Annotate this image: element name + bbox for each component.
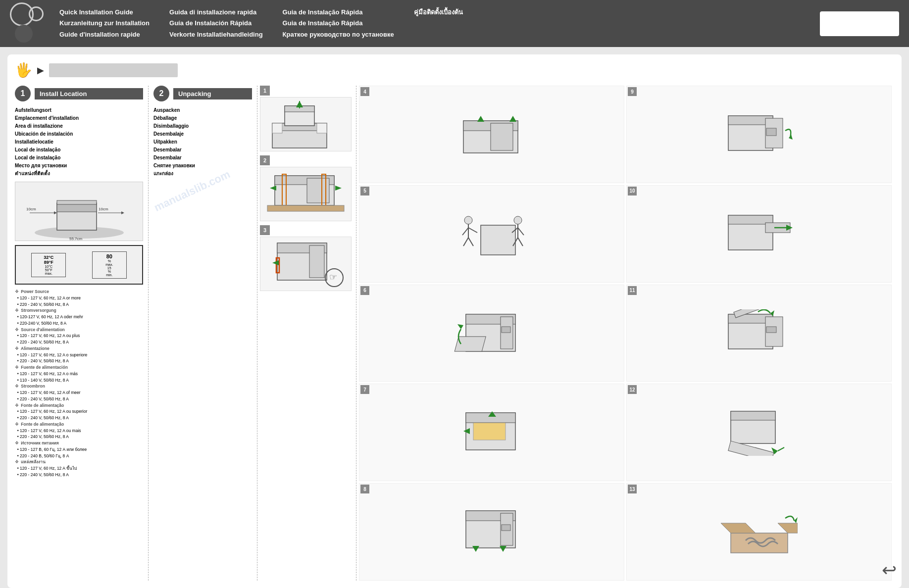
arrow-icon: ▶ xyxy=(37,65,44,76)
main-content: 🖐 ▶ 1 Install Location Aufstellungsort E… xyxy=(7,54,902,588)
diamond-icon: ❖ xyxy=(15,289,19,294)
logo-circle-small-top xyxy=(29,6,44,21)
unpack-pt2: Desembalar xyxy=(153,154,252,162)
unpack-fr: Déballage xyxy=(153,114,252,122)
svg-rect-27 xyxy=(309,245,324,278)
svg-rect-42 xyxy=(481,225,515,255)
grid-step-12: 12 xyxy=(626,384,892,481)
back-arrow[interactable]: ↩ xyxy=(882,560,897,581)
trans-ru: Место для установки xyxy=(15,162,143,170)
grid-steps-4-13: 4 9 xyxy=(356,86,894,581)
grid-num-6: 6 xyxy=(360,286,369,295)
grid-step-4: 4 xyxy=(359,86,624,183)
diamond-icon-nl: ❖ xyxy=(15,384,19,389)
step-7-svg xyxy=(454,409,530,456)
svg-marker-89 xyxy=(794,517,798,523)
svg-text:55.7cm: 55.7cm xyxy=(69,237,83,240)
unpack-ru: Снятие упаковки xyxy=(153,162,252,170)
header-text-col4: คู่มือติดตั้งเบื้องต้น xyxy=(414,7,463,40)
diamond-icon-fr: ❖ xyxy=(15,327,19,332)
svg-marker-35 xyxy=(477,116,484,122)
grid-num-4: 4 xyxy=(360,87,369,96)
trans-th: ตำแหน่งที่ติดตั้ง xyxy=(15,170,143,178)
unpack-es: Desembalaje xyxy=(153,130,252,138)
step-item-1: 1 xyxy=(260,86,354,151)
svg-rect-70 xyxy=(766,327,776,333)
step-2-svg xyxy=(262,168,349,220)
header-white-box xyxy=(820,11,899,36)
power-source-en: ❖ Power Source • 120 - 127 V, 60 Hz, 12 … xyxy=(15,289,143,307)
svg-rect-16 xyxy=(317,123,327,133)
grid-step-9: 9 xyxy=(626,86,892,183)
grid-num-11: 11 xyxy=(628,286,637,295)
svg-marker-31 xyxy=(272,260,279,265)
step-11-svg xyxy=(721,309,798,356)
step-6-svg xyxy=(454,309,530,356)
step-3-image: ☞ xyxy=(260,237,352,291)
grid-num-9: 9 xyxy=(628,87,637,96)
power-source-list: ❖ Power Source • 120 - 127 V, 60 Hz, 12 … xyxy=(15,289,143,478)
header-lang-ru: Краткое руководство по установке xyxy=(283,29,394,40)
trans-pt1: Local de instalação xyxy=(15,146,143,154)
header-lang-pt2: Guia de Instalação Rápida xyxy=(283,18,394,29)
svg-rect-3 xyxy=(57,200,97,204)
header-text-col2: Guida di installazione rapida Guía de In… xyxy=(169,7,263,40)
diamond-icon-ru: ❖ xyxy=(15,441,19,445)
svg-text:10cm: 10cm xyxy=(26,207,36,211)
power-source-es: ❖ Fuente de alimentación • 120 - 127 V, … xyxy=(15,364,143,383)
step-2-label: 2 xyxy=(260,155,270,165)
section-unpacking: 2 Unpacking Auspacken Déballage Disimbal… xyxy=(149,86,257,581)
step-3-label: 3 xyxy=(260,225,270,235)
step-12-svg xyxy=(721,409,798,456)
unpacking-header: 2 Unpacking xyxy=(153,86,252,101)
svg-line-45 xyxy=(462,228,468,235)
grid-num-10: 10 xyxy=(628,187,637,196)
power-label-de: Stromversorgung xyxy=(20,308,56,313)
grid-num-12: 12 xyxy=(628,385,637,394)
power-source-it: ❖ Alimentazione • 120 - 127 V, 60 Hz, 12… xyxy=(15,345,143,364)
step-4-svg xyxy=(454,111,530,158)
unpack-it: Disimballaggio xyxy=(153,122,252,130)
text-bar xyxy=(49,63,178,77)
trans-de: Aufstellungsort xyxy=(15,106,143,114)
step-9-svg xyxy=(721,111,798,158)
diamond-icon-pt2: ❖ xyxy=(15,422,19,427)
diamond-icon-th: ❖ xyxy=(15,459,19,464)
humidity-info: 80 %max. 15%min. xyxy=(92,251,127,279)
svg-rect-24 xyxy=(267,205,344,211)
header-lang-pt1: Guia de Instalação Rápida xyxy=(283,7,394,18)
step-8-svg xyxy=(454,508,530,555)
diamond-icon-pt1: ❖ xyxy=(15,403,19,408)
svg-line-46 xyxy=(468,228,477,233)
section-install-location: 1 Install Location Aufstellungsort Empla… xyxy=(15,86,149,581)
svg-text:☞: ☞ xyxy=(329,272,337,282)
header-lang-nl: Verkorte Installatiehandleiding xyxy=(169,29,263,40)
step-3-svg: ☞ xyxy=(262,238,349,290)
diamond-icon-es: ❖ xyxy=(15,365,19,370)
header-lang-en: Quick Installation Guide xyxy=(59,7,150,18)
svg-line-52 xyxy=(518,228,524,235)
install-location-translations: Aufstellungsort Emplacement d'installati… xyxy=(15,106,143,178)
step-item-2: 2 xyxy=(260,155,354,221)
svg-rect-64 xyxy=(502,327,510,333)
grid-step-7: 7 xyxy=(359,384,624,481)
svg-marker-86 xyxy=(472,546,479,552)
diamond-icon-de: ❖ xyxy=(15,308,19,313)
power-source-ru: ❖ Источник питания • 120 - 127 В, 60 Гц,… xyxy=(15,440,143,459)
temperature-info: 32°C89°F 10°C50°F max. xyxy=(31,253,66,277)
svg-marker-87 xyxy=(500,546,506,552)
header: Quick Installation Guide Kurzanleitung z… xyxy=(0,0,909,47)
unpacking-translations: Auspacken Déballage Disimballaggio Desem… xyxy=(153,106,252,178)
step-2-circle: 2 xyxy=(153,86,169,101)
unpack-nl: Uitpakken xyxy=(153,138,252,146)
unpack-pt1: Desembalar xyxy=(153,146,252,154)
power-label-es: Fuente de alimentación xyxy=(20,365,68,370)
trans-pt2: Local de instalação xyxy=(15,154,143,162)
svg-line-54 xyxy=(518,238,523,246)
step-13-svg xyxy=(721,508,798,555)
svg-rect-85 xyxy=(502,525,510,531)
svg-marker-65 xyxy=(457,324,463,329)
header-text-col3: Guia de Instalação Rápida Guia de Instal… xyxy=(283,7,394,40)
content-area: 1 Install Location Aufstellungsort Empla… xyxy=(15,86,894,581)
header-lang-es: Guía de Instalación Rápida xyxy=(169,18,263,29)
